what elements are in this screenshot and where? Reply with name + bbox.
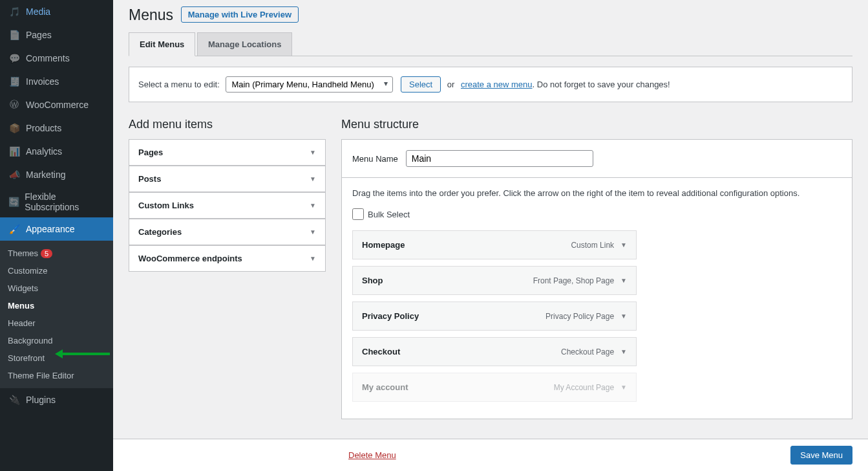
sidebar-item-comments[interactable]: 💬Comments [0, 47, 113, 70]
plugins-icon: 🔌 [8, 393, 21, 406]
submenu-header[interactable]: Header [0, 314, 113, 332]
sidebar-item-label: Products [26, 123, 61, 133]
submenu-label: Theme File Editor [8, 371, 74, 380]
menu-item-title: Shop [362, 276, 533, 285]
menu-item-shop[interactable]: ShopFront Page, Shop Page▼ [352, 266, 637, 295]
sidebar-item-products[interactable]: 📦Products [0, 116, 113, 140]
marketing-icon: 📣 [8, 168, 21, 181]
create-menu-link[interactable]: create a new menu [461, 80, 533, 89]
pages-icon: 📄 [8, 28, 21, 41]
analytics-icon: 📊 [8, 145, 21, 158]
sidebar-item-pages[interactable]: 📄Pages [0, 23, 113, 47]
sidebar-item-label: WooCommerce [26, 100, 89, 110]
accordion-label: Categories [138, 227, 182, 237]
sidebar-item-label: Appearance [26, 224, 75, 234]
submenu-label: Background [8, 336, 52, 345]
menu-item-type: Checkout Page [561, 347, 614, 356]
menu-item-title: My account [362, 382, 554, 392]
submenu-theme-file-editor[interactable]: Theme File Editor [0, 367, 113, 384]
submenu-label: Widgets [8, 283, 38, 293]
sidebar-item-label: Flexible Subscriptions [25, 192, 105, 212]
menu-item-title: Privacy Policy [362, 311, 545, 321]
appearance-submenu: Themes5 Customize Widgets Menus Header B… [0, 241, 113, 388]
accordion-label: Custom Links [138, 201, 194, 210]
menu-item-privacy-policy[interactable]: Privacy PolicyPrivacy Policy Page▼ [352, 301, 637, 331]
sidebar-item-label: Comments [26, 53, 70, 63]
sidebar-item-appearance[interactable]: 🖌️Appearance [0, 217, 113, 241]
sidebar-item-label: Analytics [26, 146, 62, 157]
live-preview-button[interactable]: Manage with Live Preview [181, 6, 299, 23]
sidebar-item-analytics[interactable]: 📊Analytics [0, 140, 113, 163]
submenu-label: Themes [8, 248, 38, 258]
menu-item-homepage[interactable]: HomepageCustom Link▼ [352, 230, 637, 259]
sidebar-item-label: Pages [26, 30, 52, 40]
sidebar-item-label: Plugins [26, 395, 56, 405]
accordion-label: Pages [138, 148, 163, 157]
caret-down-icon[interactable]: ▼ [620, 312, 627, 320]
menu-item-title: Homepage [362, 240, 571, 250]
menu-item-my-account[interactable]: My accountMy Account Page▼ [352, 373, 637, 402]
caret-down-icon: ▼ [310, 255, 316, 262]
submenu-storefront[interactable]: Storefront [0, 349, 113, 367]
accordion-posts[interactable]: Posts▼ [129, 166, 326, 192]
bulk-select-checkbox[interactable] [352, 208, 364, 220]
accordion-custom-links[interactable]: Custom Links▼ [129, 192, 326, 219]
menu-item-checkout[interactable]: CheckoutCheckout Page▼ [352, 337, 637, 366]
caret-down-icon: ▼ [310, 202, 316, 209]
menu-item-type: Custom Link [571, 241, 614, 250]
main-content: Menus Manage with Live Preview Edit Menu… [113, 0, 868, 471]
products-icon: 📦 [8, 122, 21, 135]
submenu-label: Customize [8, 266, 47, 276]
caret-down-icon: ▼ [310, 149, 316, 156]
select-menu-label: Select a menu to edit: [138, 80, 220, 89]
bulk-select-label[interactable]: Bulk Select [368, 210, 410, 219]
page-title: Menus [129, 6, 173, 24]
submenu-background[interactable]: Background [0, 332, 113, 349]
appearance-icon: 🖌️ [8, 223, 21, 236]
sidebar-item-plugins[interactable]: 🔌Plugins [0, 388, 113, 411]
submenu-label: Header [8, 318, 36, 328]
submenu-menus[interactable]: Menus [0, 297, 113, 314]
nav-tabs: Edit Menus Manage Locations [129, 32, 852, 56]
delete-menu-link[interactable]: Delete Menu [348, 450, 396, 460]
sidebar-item-flexible-subscriptions[interactable]: 🔄Flexible Subscriptions [0, 186, 113, 217]
sidebar-item-label: Media [26, 6, 50, 17]
invoices-icon: 🧾 [8, 75, 21, 88]
save-menu-button[interactable]: Save Menu [790, 446, 852, 465]
add-items-heading: Add menu items [129, 118, 326, 131]
admin-sidebar: 🎵Media 📄Pages 💬Comments 🧾Invoices ⓌWooCo… [0, 0, 113, 471]
menu-items-list: HomepageCustom Link▼ ShopFront Page, Sho… [342, 230, 852, 419]
sidebar-item-marketing[interactable]: 📣Marketing [0, 163, 113, 186]
tab-edit-menus[interactable]: Edit Menus [129, 32, 195, 56]
submenu-customize[interactable]: Customize [0, 262, 113, 279]
accordion-label: WooCommerce endpoints [138, 254, 242, 263]
caret-down-icon[interactable]: ▼ [620, 277, 627, 284]
instruction-text: Drag the items into the order you prefer… [342, 178, 852, 208]
caret-down-icon[interactable]: ▼ [620, 384, 627, 391]
sidebar-item-woocommerce[interactable]: ⓌWooCommerce [0, 93, 113, 116]
caret-down-icon[interactable]: ▼ [620, 241, 627, 248]
caret-down-icon: ▼ [310, 228, 316, 236]
menu-select-dropdown[interactable]: Main (Primary Menu, Handheld Menu) [226, 76, 393, 93]
accordion-pages[interactable]: Pages▼ [129, 139, 326, 166]
menu-item-type: My Account Page [554, 383, 614, 392]
tab-manage-locations[interactable]: Manage Locations [197, 32, 292, 56]
trailing-text: . Do not forget to save your changes! [533, 80, 670, 89]
accordion-categories[interactable]: Categories▼ [129, 219, 326, 245]
menu-item-type: Front Page, Shop Page [533, 276, 614, 285]
sidebar-item-media[interactable]: 🎵Media [0, 0, 113, 23]
update-badge: 5 [41, 249, 52, 258]
submenu-widgets[interactable]: Widgets [0, 279, 113, 297]
select-button[interactable]: Select [401, 76, 441, 93]
submenu-themes[interactable]: Themes5 [0, 245, 113, 262]
accordion-woocommerce-endpoints[interactable]: WooCommerce endpoints▼ [129, 245, 326, 272]
woocommerce-icon: Ⓦ [8, 98, 21, 111]
sidebar-item-invoices[interactable]: 🧾Invoices [0, 70, 113, 93]
comments-icon: 💬 [8, 52, 21, 65]
menu-name-input[interactable] [406, 150, 593, 167]
menu-selector-bar: Select a menu to edit: Main (Primary Men… [129, 67, 852, 102]
accordion-label: Posts [138, 174, 161, 184]
menu-structure-heading: Menu structure [341, 118, 852, 131]
menu-structure-panel: Menu Name Drag the items into the order … [341, 139, 852, 419]
caret-down-icon[interactable]: ▼ [620, 348, 627, 355]
